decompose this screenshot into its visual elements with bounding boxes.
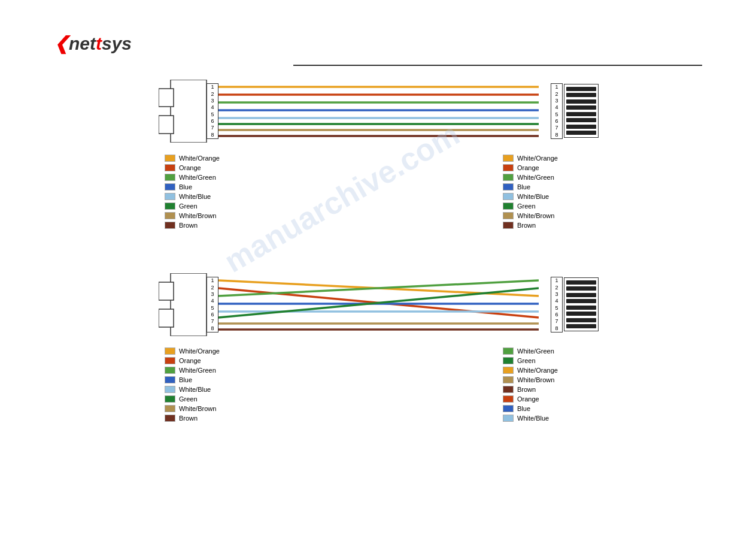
rj45-left-connector-bot (159, 273, 210, 336)
rj45-right-connector-bot (564, 277, 599, 331)
pins-left-bot: 12345678 (207, 277, 218, 333)
svg-rect-13 (159, 309, 174, 327)
wires-straight (218, 75, 539, 147)
top-divider-line (293, 65, 702, 66)
wires-crossover (218, 268, 539, 343)
diagram-crossover: 12345678 12345678 (159, 268, 599, 343)
rj45-right-connector-top (564, 84, 599, 138)
rj45-left-connector (159, 80, 210, 143)
legend-top-right: White/Orange Orange White/Green Blue Whi… (503, 155, 558, 229)
svg-rect-2 (159, 116, 174, 134)
legend-bot-right: White/Green Green White/Orange White/Bro… (503, 347, 558, 422)
legend-bot-left: White/Orange Orange White/Green Blue Whi… (165, 347, 220, 422)
svg-rect-11 (171, 273, 207, 336)
pins-right-bot: 12345678 (551, 277, 563, 333)
legend-top-left: White/Orange Orange White/Green Blue Whi… (165, 155, 220, 229)
pins-right-top: 12345678 (551, 83, 563, 139)
logo: ❮nettsys (54, 33, 132, 54)
pins-left-top: 12345678 (207, 83, 218, 139)
svg-rect-12 (159, 282, 174, 300)
svg-rect-0 (171, 80, 207, 143)
diagram-straight-through: 12345678 12345678 (159, 75, 599, 147)
svg-rect-1 (159, 89, 174, 107)
